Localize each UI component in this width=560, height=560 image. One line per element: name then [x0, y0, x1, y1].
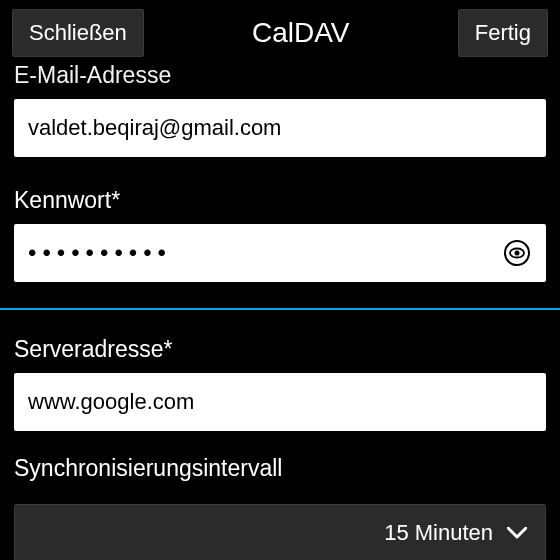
sync-interval-label: Synchronisierungsintervall — [14, 455, 546, 482]
server-field[interactable] — [14, 373, 546, 431]
section-divider — [0, 308, 560, 310]
chevron-down-icon — [507, 526, 527, 540]
form-content: E-Mail-Adresse Kennwort* •••••••••• Serv… — [0, 62, 560, 560]
password-field[interactable]: •••••••••• — [14, 224, 546, 282]
header-bar: Schließen CalDAV Fertig — [0, 0, 560, 66]
sync-interval-value: 15 Minuten — [384, 520, 493, 546]
done-button[interactable]: Fertig — [458, 9, 548, 57]
email-field[interactable] — [14, 99, 546, 157]
close-button[interactable]: Schließen — [12, 9, 144, 57]
email-label: E-Mail-Adresse — [14, 62, 546, 89]
sync-interval-dropdown[interactable]: 15 Minuten — [14, 504, 546, 560]
svg-point-2 — [515, 251, 520, 256]
page-title: CalDAV — [252, 17, 350, 49]
password-wrapper: •••••••••• — [14, 224, 546, 282]
server-label: Serveradresse* — [14, 336, 546, 363]
password-label: Kennwort* — [14, 187, 546, 214]
show-password-icon[interactable] — [502, 238, 532, 268]
